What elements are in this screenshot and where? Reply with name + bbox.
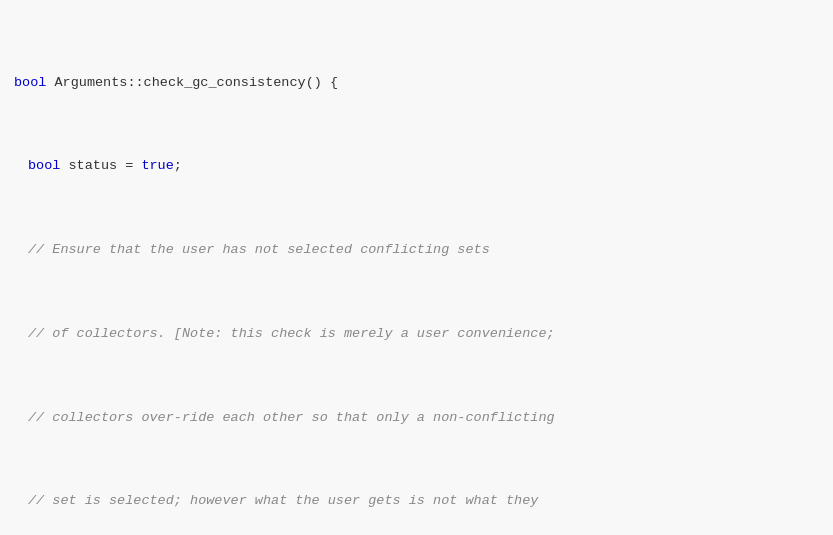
comment-text-1: // Ensure that the user has not selected… — [28, 240, 490, 261]
code-content: bool Arguments::check_gc_consistency() {… — [14, 10, 819, 535]
comment-text-2: // of collectors. [Note: this check is m… — [28, 324, 555, 345]
line-comment-3: // collectors over-ride each other so th… — [14, 408, 819, 429]
comment-text-4: // set is selected; however what the use… — [28, 491, 538, 512]
line-comment-4: // set is selected; however what the use… — [14, 491, 819, 512]
keyword-true: true — [141, 156, 173, 177]
keyword-bool: bool — [14, 73, 46, 94]
code-text: Arguments::check_gc_consistency() { — [46, 73, 338, 94]
line-comment-2: // of collectors. [Note: this check is m… — [14, 324, 819, 345]
code-viewer: bool Arguments::check_gc_consistency() {… — [14, 10, 819, 535]
line-comment-1: // Ensure that the user has not selected… — [14, 240, 819, 261]
code-text: status = — [60, 156, 141, 177]
line-1: bool Arguments::check_gc_consistency() { — [14, 73, 819, 94]
line-2: bool status = true; — [14, 156, 819, 177]
keyword-bool2: bool — [28, 156, 60, 177]
comment-text-3: // collectors over-ride each other so th… — [28, 408, 555, 429]
code-text: ; — [174, 156, 182, 177]
